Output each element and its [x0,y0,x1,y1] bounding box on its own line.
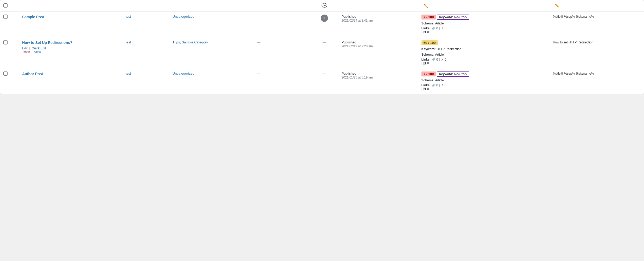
image-links-row: | 0 [421,61,547,65]
keyword-box: Keyword: New York [437,15,469,20]
schema-value: Article [435,53,444,56]
post-title-link[interactable]: Author Post [22,72,43,76]
links-row: Links: 0 | 0 [421,83,547,87]
category-link[interactable]: Trips [173,40,180,44]
keyword-box: Keyword: New York [437,71,469,77]
seo-details-edit-icon[interactable]: ✏️ [424,4,428,8]
schema-label: Schema: [421,79,434,82]
author-link[interactable]: test [125,71,131,75]
categories-cell: Uncategorized [169,68,254,94]
external-count: 0 [445,83,446,87]
post-title-link[interactable]: Sample Post [22,15,44,19]
post-title-link[interactable]: How to Set Up Redirections? [22,41,72,45]
title-cell: Author Post [19,68,122,94]
image-link-icon [423,61,426,65]
internal-link-icon [432,58,435,61]
date-cell: Published 2021/01/25 at 5:19 am [338,68,418,94]
image-count: 0 [427,87,429,91]
seo-details-cell: 7 / 100 Keyword: New York Schema: Articl… [418,11,550,37]
date-status: Published [342,40,356,44]
seo-title-column-header: ✏️ [550,0,644,11]
select-all-header[interactable] [0,0,19,11]
schema-value: Article [435,79,444,82]
quick-edit-link[interactable]: Quick Edit [32,47,46,50]
edit-link[interactable]: Edit [22,47,28,50]
image-link-icon [423,30,426,34]
categories-cell: Uncategorized [169,11,254,37]
external-count: 0 [445,27,446,30]
sep: | [421,30,422,34]
comments-dash: — [323,71,326,75]
row-checkbox[interactable] [3,15,8,19]
sep: | [439,83,440,87]
schema-row: Schema: Article [421,21,547,26]
comments-column-header: 💬 [310,0,338,11]
image-links-row: | 0 [421,30,547,34]
image-links-row: | 0 [421,87,547,91]
schema-row: Schema: Article [421,52,547,57]
internal-link-icon [432,83,435,87]
author-cell: test [122,11,169,37]
select-all-checkbox[interactable] [3,3,8,8]
author-link[interactable]: test [125,40,131,44]
internal-count: 0 [436,27,438,30]
category-link[interactable]: Uncategorized [173,15,194,18]
row-checkbox-cell [0,11,19,37]
sep: | [48,47,48,50]
sep: | [421,61,422,65]
comment-count-link[interactable]: 2 [321,15,328,22]
category-link[interactable]: Sample Category [182,40,208,44]
seo-score-badge: 7 / 100 [421,71,436,76]
links-label: Links: [421,83,431,87]
author-cell: test [122,37,169,68]
keyword-row: Keyword: HTTP Redirection [421,47,547,51]
seo-title-text: %title% %sep% %sitename% [553,15,594,18]
tags-cell: — [254,68,310,94]
title-column-header [19,0,122,11]
sep: | [29,47,30,50]
row-checkbox-cell [0,37,19,68]
date-cell: Published 2021/02/24 at 3:41 am [338,11,418,37]
comments-cell: — [310,37,338,68]
seo-title-cell: How to set HTTP Redirection [550,37,644,68]
trash-link[interactable]: Trash [22,50,30,54]
keyword-value: New York [454,15,467,19]
comments-cell: — [310,68,338,94]
schema-label: Schema: [421,22,434,25]
schema-label: Schema: [421,53,434,56]
table-row: Sample PosttestUncategorized—2 Published… [0,11,644,37]
internal-count: 0 [436,58,438,61]
row-checkbox-cell [0,68,19,94]
table-row: Author PosttestUncategorized—— Published… [0,68,644,94]
title-cell: How to Set Up Redirections? Edit | Quick… [19,37,122,68]
keyword-label: Keyword: [421,47,436,51]
category-link[interactable]: Uncategorized [173,71,194,75]
row-checkbox[interactable] [3,71,8,76]
seo-title-text: How to set HTTP Redirection [553,41,593,44]
seo-details-column-header[interactable]: ✏️ [418,0,550,11]
keyword-value: New York [454,72,467,76]
row-checkbox[interactable] [3,40,8,44]
author-column-header [122,0,169,11]
table-row: How to Set Up Redirections? Edit | Quick… [0,37,644,68]
seo-title-edit-icon[interactable]: ✏️ [555,4,559,8]
date-column-header[interactable] [338,0,418,11]
schema-value: Article [435,22,444,25]
seo-details-cell: 69 / 100 Keyword: HTTP Redirection Schem… [418,37,550,68]
date-status: Published [342,71,356,75]
external-link-icon [441,58,444,61]
date-status: Published [342,15,356,18]
title-cell: Sample Post [19,11,122,37]
view-link[interactable]: View [34,50,41,54]
date-value: 2021/01/25 at 5:19 am [342,76,373,79]
sep: | [439,27,440,30]
date-value: 2021/02/19 at 2:20 am [342,44,373,48]
author-link[interactable]: test [125,15,131,18]
comments-dash: — [323,40,326,44]
external-count: 6 [445,58,446,61]
keyword-label: Keyword: [439,72,453,76]
tags-value: — [257,40,260,44]
author-cell: test [122,68,169,94]
links-label: Links: [421,58,431,61]
tags-value: — [257,71,260,75]
